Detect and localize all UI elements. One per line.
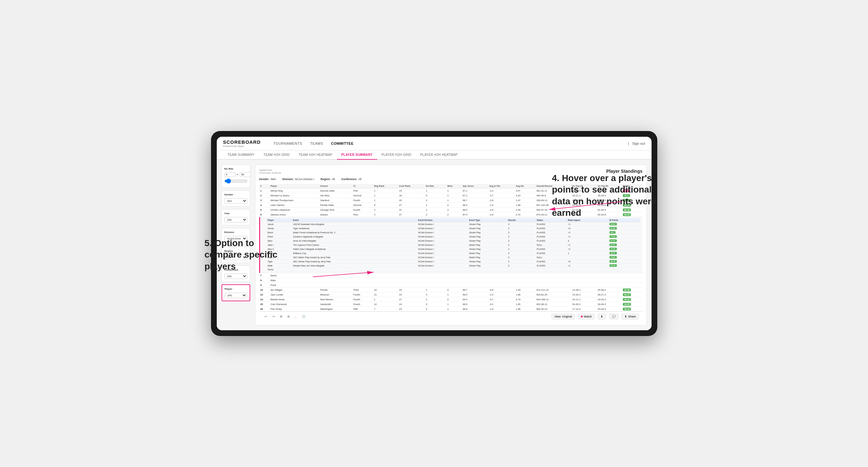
wins-cell: 1 bbox=[446, 193, 461, 198]
adj-score-cell bbox=[461, 278, 488, 283]
filter-conference-label: Conference: bbox=[341, 178, 357, 181]
logo-text: SCOREBOARD bbox=[223, 139, 261, 145]
avg-to-par-cell: -3.2 bbox=[488, 188, 515, 193]
player-name-cell: Wenyi Ding bbox=[269, 188, 319, 193]
adj-score-cell: 68.9 bbox=[461, 302, 488, 307]
player-name-cell: Bastien Amat bbox=[269, 297, 319, 302]
avg-to-par-cell: -1.6 bbox=[488, 307, 515, 311]
player-name-cell: Luke Clanton bbox=[269, 203, 319, 208]
wins-cell: 0 bbox=[446, 297, 461, 302]
school-cell: Stanford bbox=[319, 198, 352, 203]
no-rds-max-input[interactable] bbox=[240, 172, 251, 177]
school-cell: Washington bbox=[319, 307, 352, 311]
header-right: | Sign out bbox=[628, 142, 645, 145]
view-original-button[interactable]: View: Original bbox=[552, 314, 575, 319]
no-rds-cell bbox=[425, 273, 446, 278]
comment-button[interactable]: 💬 bbox=[609, 314, 618, 319]
popup-table-row: David Williams Cup NCAA Division I Match… bbox=[267, 251, 640, 255]
tab-team-summary[interactable]: TEAM SUMMARY bbox=[223, 151, 259, 160]
points-cell[interactable]: 40.27 bbox=[622, 292, 643, 297]
points-badge[interactable]: 38.49 bbox=[623, 308, 631, 310]
wins-cell: 0 bbox=[446, 287, 461, 292]
tab-team-h2h-heatmap[interactable]: TEAM H2H HEATMAP bbox=[294, 151, 337, 160]
player-name-cell: Mats bbox=[269, 278, 319, 283]
download-button[interactable]: ⬇ bbox=[598, 314, 606, 319]
watch-button[interactable]: Watch bbox=[578, 314, 594, 319]
points-cell[interactable] bbox=[622, 273, 643, 278]
points-badge[interactable]: 40.58 bbox=[623, 288, 631, 291]
points-badge[interactable]: 39.95 bbox=[623, 303, 631, 306]
no-rds-cell: 0 bbox=[425, 302, 446, 307]
adj-score-cell: 68.0 bbox=[461, 208, 488, 212]
points-cell[interactable] bbox=[622, 283, 643, 287]
yr-cell bbox=[352, 273, 373, 278]
record-cell: 562-02-23 bbox=[535, 307, 571, 311]
table-row: 26 Petr Hruby Washington Fifth 7 23 0 1 … bbox=[259, 307, 643, 311]
col-no-rds: No Rds. bbox=[425, 184, 446, 188]
bottom-toolbar: ↩ ↪ ⚙ ⧉ ... 🕐 View: Original bbox=[259, 311, 643, 321]
gender-label: Gender bbox=[224, 193, 247, 196]
wins-cell: 2 bbox=[446, 208, 461, 212]
school-cell bbox=[319, 278, 352, 283]
adj-score-cell: 68.6 bbox=[461, 307, 488, 311]
vs25-cell: 17-14-2 bbox=[571, 307, 596, 311]
points-cell[interactable] bbox=[622, 278, 643, 283]
conference-select[interactable]: (All) bbox=[224, 274, 247, 279]
adj-score-cell bbox=[461, 273, 488, 278]
annotation-4-text: 4. Hover over a player's points to see a… bbox=[552, 173, 656, 218]
nav-teams[interactable]: TEAMS bbox=[310, 140, 323, 147]
yr-cell: Second bbox=[352, 193, 373, 198]
school-cell bbox=[319, 273, 352, 278]
nav-committee[interactable]: COMMITTEE bbox=[331, 140, 354, 147]
points-cell[interactable]: 38.49 bbox=[622, 307, 643, 311]
conf-rank-cell: 27 bbox=[398, 212, 425, 217]
reg-rank-cell: 12 bbox=[373, 302, 398, 307]
copy-button[interactable]: ⧉ bbox=[286, 314, 291, 319]
points-cell[interactable]: 40.58 bbox=[622, 287, 643, 292]
annotation-4: 4. Hover over a player's points to see a… bbox=[552, 173, 660, 219]
avg-sg-cell: 3.10 bbox=[515, 193, 535, 198]
wins-cell bbox=[446, 273, 461, 278]
points-cell[interactable]: 40.02 bbox=[622, 297, 643, 302]
tab-player-h2h-grid[interactable]: PLAYER H2H GRID bbox=[377, 151, 416, 160]
tab-player-h2h-heatmap[interactable]: PLAYER H2H HEATMAP bbox=[416, 151, 462, 160]
points-badge[interactable]: 40.02 bbox=[623, 298, 631, 301]
yr-cell: Fourth bbox=[352, 292, 373, 297]
filter-conference-value: All bbox=[358, 178, 361, 181]
no-rds-slider[interactable] bbox=[224, 179, 247, 184]
player-select[interactable]: (All) bbox=[225, 292, 247, 298]
player-name-cell: Prest bbox=[269, 283, 319, 287]
year-select[interactable]: (All) 2024 2023 bbox=[224, 217, 247, 222]
annotation-5-text: 5. Option to compare specific players bbox=[205, 238, 278, 271]
tab-player-summary[interactable]: PLAYER SUMMARY bbox=[337, 151, 377, 160]
yr-cell bbox=[352, 278, 373, 283]
adj-score-cell: 68.7 bbox=[461, 287, 488, 292]
adj-score-cell: 87.5 bbox=[461, 212, 488, 217]
points-cell[interactable]: 39.95 bbox=[622, 302, 643, 307]
points-badge[interactable]: 40.27 bbox=[623, 293, 631, 296]
vs50-cell bbox=[596, 278, 622, 283]
redo-button[interactable]: ↪ bbox=[271, 314, 276, 319]
rank-cell: 3 bbox=[259, 198, 269, 203]
clock-button[interactable]: 🕐 bbox=[300, 314, 307, 319]
school-cell: Georgia Tech bbox=[319, 208, 352, 212]
record-cell bbox=[535, 283, 571, 287]
popup-table-row: Marc Amer An Intercollegiate NCAA Divisi… bbox=[267, 239, 640, 243]
col-conf-rank: Conf Rank bbox=[398, 184, 425, 188]
nav-tournaments[interactable]: TOURNAMENTS bbox=[274, 140, 302, 147]
tab-team-h2h-grid[interactable]: TEAM H2H GRID bbox=[259, 151, 294, 160]
avg-to-par-cell bbox=[488, 273, 515, 278]
popup-table-row: Gordo Tiger Invitational NCAA Division I… bbox=[267, 226, 640, 230]
yr-cell bbox=[352, 283, 373, 287]
popup-row: PlayerEventEvent DivisionEvent TypeRound… bbox=[259, 217, 643, 273]
no-rds-min-input[interactable] bbox=[224, 172, 236, 177]
gender-select[interactable]: Men Women bbox=[224, 198, 247, 204]
popup-table-row: Techo bbox=[267, 268, 640, 272]
undo-button[interactable]: ↩ bbox=[263, 314, 269, 319]
more-button[interactable]: ... bbox=[293, 314, 299, 319]
sign-out-link[interactable]: Sign out bbox=[632, 142, 645, 145]
vs50-cell: 19-16-2 bbox=[596, 297, 622, 302]
rank-cell: 7 bbox=[259, 273, 269, 278]
share-button[interactable]: ⬆ Share bbox=[622, 314, 639, 319]
settings-button[interactable]: ⚙ bbox=[278, 314, 284, 319]
